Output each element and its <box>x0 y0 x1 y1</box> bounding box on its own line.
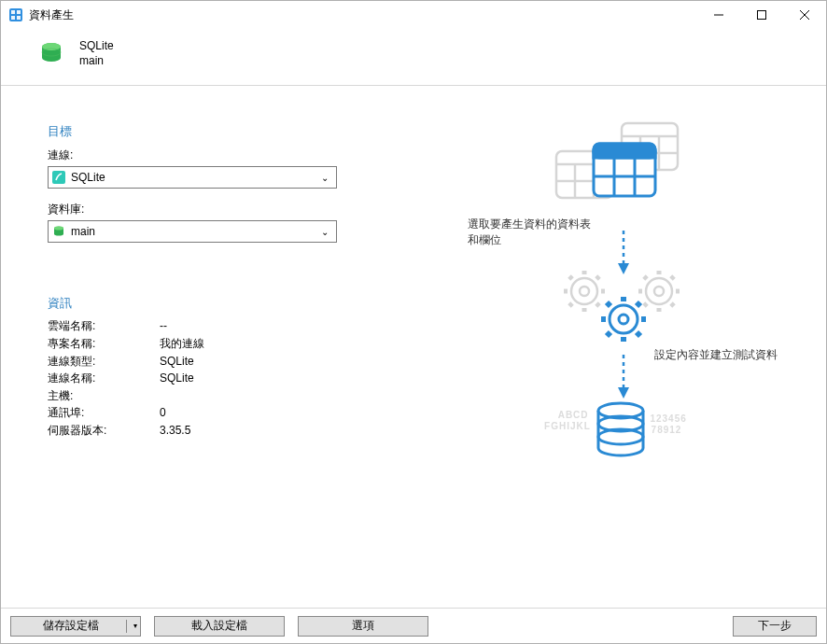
info-row: 連線類型:SQLite <box>48 353 402 371</box>
load-profile-label: 載入設定檔 <box>191 618 247 634</box>
diagram-step2-label: 設定內容並建立測試資料 <box>654 347 804 362</box>
header-panel: SQLite main <box>1 29 826 86</box>
info-key: 連線類型: <box>48 353 160 371</box>
info-value: 3.35.5 <box>160 422 190 440</box>
svg-rect-1 <box>11 10 15 14</box>
info-key: 連線名稱: <box>48 370 160 387</box>
chevron-down-icon: ⌄ <box>321 227 332 237</box>
svg-line-50 <box>671 276 674 279</box>
diagram-step1-label: 選取要產生資料的資料表和欄位 <box>468 217 598 246</box>
info-row: 伺服器版本:3.35.5 <box>48 422 402 440</box>
maximize-button[interactable] <box>740 1 783 29</box>
header-db-type: SQLite <box>79 38 114 53</box>
header-db-name: main <box>79 53 114 68</box>
svg-point-34 <box>580 287 589 296</box>
svg-line-59 <box>607 302 610 306</box>
database-icon <box>38 40 64 66</box>
info-section: 資訊 雲端名稱:-- 專案名稱:我的連線 連線類型:SQLite 連線名稱:SQ… <box>48 295 402 439</box>
connection-label: 連線: <box>48 147 402 163</box>
workflow-diagram: ABCD FGHIJKL 123456 78912 選取要產生資料的資料表和欄位… <box>454 123 799 525</box>
database-value: main <box>71 225 315 238</box>
database-select[interactable]: main ⌄ <box>48 220 337 243</box>
svg-line-39 <box>569 276 572 279</box>
svg-rect-27 <box>594 152 655 158</box>
next-label: 下一步 <box>758 618 792 634</box>
save-profile-button[interactable]: 儲存設定檔 ▾ <box>10 616 141 637</box>
svg-rect-6 <box>758 11 766 20</box>
info-row: 專案名稱:我的連線 <box>48 335 402 353</box>
info-key: 專案名稱: <box>48 335 160 353</box>
svg-point-33 <box>571 278 597 304</box>
svg-rect-3 <box>11 16 15 20</box>
svg-point-14 <box>54 227 63 231</box>
svg-point-54 <box>619 315 628 324</box>
svg-line-42 <box>596 303 599 306</box>
info-key: 通訊埠: <box>48 404 160 422</box>
svg-rect-4 <box>17 16 21 20</box>
connection-select[interactable]: SQLite ⌄ <box>48 166 337 189</box>
info-key: 雲端名稱: <box>48 317 160 335</box>
svg-rect-2 <box>17 10 21 14</box>
sqlite-icon <box>52 171 65 184</box>
svg-rect-12 <box>52 171 65 184</box>
info-key: 伺服器版本: <box>48 422 160 440</box>
database-small-icon <box>52 225 65 238</box>
svg-line-60 <box>637 302 640 306</box>
info-value: SQLite <box>160 353 194 371</box>
close-button[interactable] <box>783 1 826 29</box>
deco-letters: ABCD FGHIJKL <box>544 410 592 431</box>
options-button[interactable]: 選項 <box>298 616 428 637</box>
load-profile-button[interactable]: 載入設定檔 <box>154 616 285 637</box>
minimize-button[interactable] <box>697 1 740 29</box>
svg-point-43 <box>646 278 672 304</box>
svg-point-44 <box>654 287 664 296</box>
footer: 儲存設定檔 ▾ 載入設定檔 選項 下一步 <box>1 608 826 643</box>
next-button[interactable]: 下一步 <box>733 616 817 637</box>
window-controls <box>697 1 826 29</box>
svg-line-51 <box>644 303 647 306</box>
options-label: 選項 <box>352 618 374 634</box>
deco-digits: 123456 78912 <box>650 413 690 435</box>
info-value: 0 <box>160 404 166 422</box>
svg-line-41 <box>569 303 572 306</box>
info-value: -- <box>160 317 167 335</box>
titlebar: 資料產生 <box>1 1 826 29</box>
svg-marker-32 <box>618 263 629 274</box>
info-value: SQLite <box>160 370 194 387</box>
info-key: 主機: <box>48 387 160 405</box>
svg-marker-64 <box>618 387 629 399</box>
svg-point-53 <box>610 305 638 333</box>
database-label: 資料庫: <box>48 202 402 217</box>
app-icon <box>8 7 23 22</box>
svg-line-61 <box>607 332 610 336</box>
svg-line-40 <box>596 276 599 279</box>
save-profile-label: 儲存設定檔 <box>43 618 99 634</box>
info-value: 我的連線 <box>160 335 204 353</box>
info-section-title: 資訊 <box>48 295 402 312</box>
info-row: 連線名稱:SQLite <box>48 370 402 387</box>
svg-line-62 <box>637 332 640 336</box>
window-title: 資料產生 <box>29 7 697 23</box>
dropdown-arrow-icon[interactable]: ▾ <box>133 622 137 630</box>
svg-line-52 <box>671 303 674 306</box>
target-section-title: 目標 <box>48 123 402 140</box>
info-row: 主機: <box>48 387 402 405</box>
svg-line-49 <box>644 276 647 279</box>
info-row: 通訊埠:0 <box>48 404 402 422</box>
chevron-down-icon: ⌄ <box>321 173 332 183</box>
connection-value: SQLite <box>71 171 315 184</box>
info-row: 雲端名稱:-- <box>48 317 402 335</box>
